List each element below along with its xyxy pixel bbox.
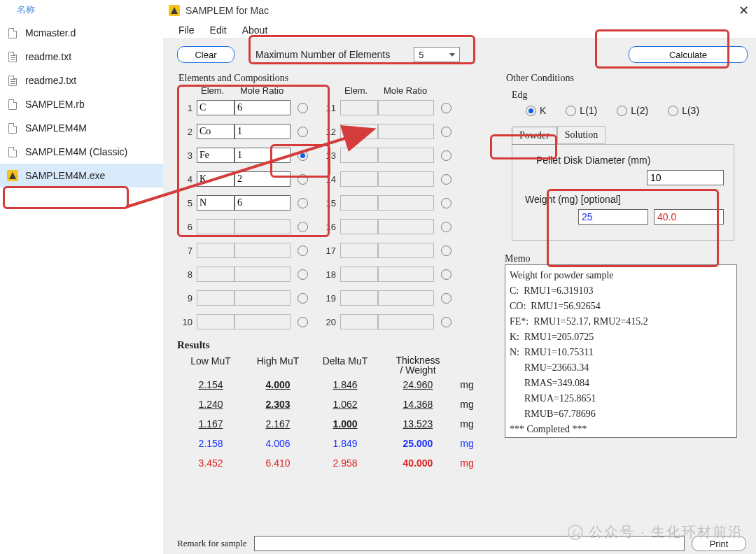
element-radio[interactable]	[298, 174, 308, 185]
edge-option[interactable]: L(3)	[661, 105, 699, 116]
element-input[interactable]	[340, 267, 378, 282]
mole-ratio-input[interactable]	[234, 195, 290, 211]
edge-option[interactable]: K	[519, 105, 546, 116]
menu-about[interactable]: About	[242, 24, 268, 36]
memo-box[interactable]: Weight for powder sample C: RMU1=6.31910…	[505, 264, 737, 438]
edge-option[interactable]: L(1)	[559, 105, 597, 116]
element-input[interactable]	[340, 243, 378, 258]
element-input[interactable]	[197, 243, 234, 258]
element-radio[interactable]	[441, 174, 451, 185]
close-icon[interactable]: ✕	[738, 3, 749, 18]
results-head-tw: Thickness / Weight	[379, 355, 457, 375]
element-row: 7	[177, 239, 308, 262]
mole-ratio-input[interactable]	[234, 219, 290, 234]
element-input[interactable]	[340, 171, 378, 187]
element-input[interactable]	[340, 314, 378, 329]
mole-ratio-input[interactable]	[234, 100, 290, 115]
element-input[interactable]	[197, 314, 234, 329]
element-radio[interactable]	[298, 293, 308, 304]
file-item[interactable]: SAMPLEM.rb	[0, 92, 163, 116]
mole-ratio-input[interactable]	[234, 267, 290, 282]
mole-ratio-input[interactable]	[378, 100, 434, 115]
mole-ratio-input[interactable]	[234, 148, 290, 163]
mole-ratio-input[interactable]	[378, 219, 434, 234]
element-radio[interactable]	[441, 103, 451, 113]
element-input[interactable]	[197, 100, 234, 115]
mole-ratio-input[interactable]	[378, 290, 434, 306]
clear-button[interactable]: Clear	[177, 46, 234, 63]
element-radio[interactable]	[298, 127, 308, 137]
mole-ratio-input[interactable]	[378, 124, 434, 139]
element-input[interactable]	[340, 195, 378, 211]
file-item[interactable]: SAMPLEM4M (Classic)	[0, 140, 163, 164]
menu-file[interactable]: File	[178, 24, 195, 36]
file-icon	[7, 97, 18, 111]
mole-ratio-input[interactable]	[378, 314, 434, 329]
edge-option[interactable]: L(2)	[610, 105, 648, 116]
mole-ratio-input[interactable]	[378, 195, 434, 211]
file-icon	[7, 145, 18, 159]
file-item[interactable]: Mcmaster.d	[0, 21, 163, 45]
element-input[interactable]	[197, 195, 234, 211]
element-radio[interactable]	[298, 150, 308, 161]
element-input[interactable]	[340, 290, 378, 306]
tab-powder[interactable]: Powder	[512, 127, 557, 145]
element-radio[interactable]	[441, 150, 451, 161]
max-elements-select[interactable]: 5	[414, 47, 460, 62]
element-input[interactable]	[197, 219, 234, 234]
element-input[interactable]	[197, 290, 234, 306]
mole-ratio-input[interactable]	[234, 124, 290, 139]
element-radio[interactable]	[441, 222, 451, 232]
element-radio[interactable]	[298, 103, 308, 113]
mole-ratio-input[interactable]	[234, 243, 290, 258]
file-item[interactable]: SAMPLEM4M.exe	[0, 164, 163, 187]
mole-ratio-input[interactable]	[378, 267, 434, 282]
element-radio[interactable]	[441, 317, 451, 327]
element-input[interactable]	[340, 219, 378, 234]
element-radio[interactable]	[441, 269, 451, 280]
weight-label: Weight (mg) [optional]	[519, 194, 727, 205]
menu-edit[interactable]: Edit	[210, 24, 227, 36]
file-item[interactable]: readmeJ.txt	[0, 69, 163, 92]
element-radio[interactable]	[441, 246, 451, 256]
element-input[interactable]	[340, 124, 378, 139]
file-item[interactable]: SAMPLEM4M	[0, 116, 163, 140]
element-radio[interactable]	[298, 317, 308, 327]
pellet-diameter-input[interactable]	[647, 170, 724, 185]
element-input[interactable]	[197, 124, 234, 139]
radio-icon	[617, 106, 627, 116]
file-name: SAMPLEM.rb	[25, 99, 85, 110]
calculate-button[interactable]: Calculate	[629, 46, 748, 63]
element-input[interactable]	[197, 267, 234, 282]
element-radio[interactable]	[441, 293, 451, 304]
pellet-diameter-label: Pellet Disk Diameter (mm)	[519, 155, 727, 166]
results-row: 2.1544.0001.84624.960mg	[177, 375, 492, 395]
text-file-icon	[7, 50, 18, 64]
element-input[interactable]	[197, 148, 234, 163]
element-radio[interactable]	[441, 198, 451, 208]
element-radio[interactable]	[298, 246, 308, 256]
mole-ratio-input[interactable]	[378, 243, 434, 258]
weight-input-2[interactable]	[654, 209, 724, 225]
mole-ratio-input[interactable]	[234, 171, 290, 187]
row-number: 6	[177, 222, 197, 232]
element-radio[interactable]	[298, 222, 308, 232]
titlebar: SAMPLEM for Mac ✕	[163, 0, 756, 21]
row-number: 14	[321, 174, 340, 185]
element-input[interactable]	[340, 148, 378, 163]
element-input[interactable]	[197, 171, 234, 187]
element-input[interactable]	[340, 100, 378, 115]
element-radio[interactable]	[298, 269, 308, 280]
mole-ratio-input[interactable]	[234, 290, 290, 306]
row-number: 10	[177, 317, 197, 327]
header-elem: Elem.	[201, 85, 240, 96]
mole-ratio-input[interactable]	[378, 171, 434, 187]
weight-input-1[interactable]	[578, 209, 648, 225]
mole-ratio-input[interactable]	[234, 314, 290, 329]
results-row: 3.4526.4102.95840.000mg	[177, 453, 492, 473]
element-radio[interactable]	[441, 127, 451, 137]
mole-ratio-input[interactable]	[378, 148, 434, 163]
file-item[interactable]: readme.txt	[0, 45, 163, 69]
tab-solution[interactable]: Solution	[557, 126, 606, 144]
element-radio[interactable]	[298, 198, 308, 208]
